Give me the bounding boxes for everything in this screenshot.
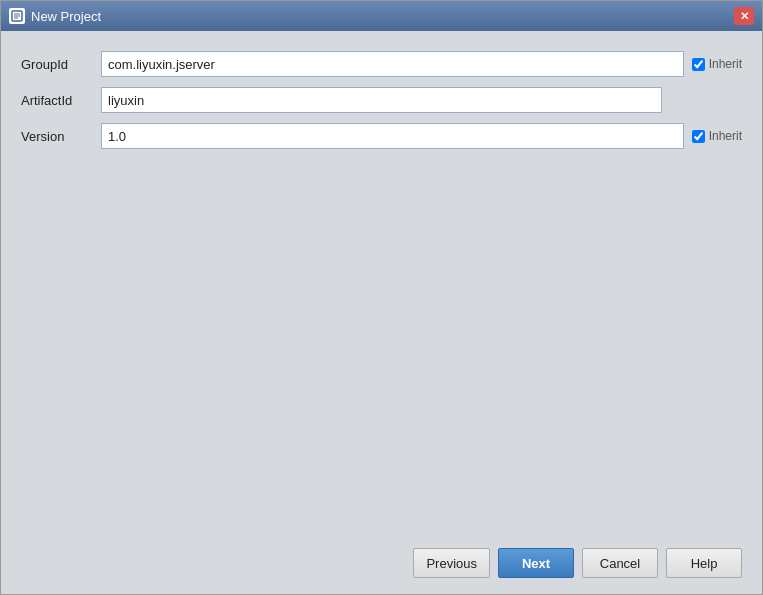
help-button[interactable]: Help <box>666 548 742 578</box>
cancel-label: Cancel <box>600 556 640 571</box>
next-label: Next <box>522 556 550 571</box>
group-id-row: GroupId Inherit <box>21 51 742 77</box>
version-input[interactable] <box>101 123 684 149</box>
dialog-title: New Project <box>31 9 101 24</box>
dialog-body: GroupId Inherit ArtifactId Version <box>1 31 762 536</box>
group-id-label: GroupId <box>21 57 101 72</box>
artifact-id-input[interactable] <box>101 87 662 113</box>
version-inherit-area: Inherit <box>692 129 742 143</box>
title-bar-left: New Project <box>9 8 101 24</box>
version-inherit-checkbox[interactable] <box>692 130 705 143</box>
form-area: GroupId Inherit ArtifactId Version <box>21 51 742 536</box>
title-bar: New Project ✕ <box>1 1 762 31</box>
group-id-inherit-area: Inherit <box>692 57 742 71</box>
help-label: Help <box>691 556 718 571</box>
new-project-dialog: New Project ✕ GroupId Inherit ArtifactId <box>0 0 763 595</box>
dialog-icon <box>9 8 25 24</box>
next-button[interactable]: Next <box>498 548 574 578</box>
version-label: Version <box>21 129 101 144</box>
previous-button[interactable]: Previous <box>413 548 490 578</box>
group-id-input[interactable] <box>101 51 684 77</box>
group-id-inherit-label: Inherit <box>709 57 742 71</box>
version-row: Version Inherit <box>21 123 742 149</box>
close-button[interactable]: ✕ <box>734 7 754 25</box>
artifact-id-row: ArtifactId <box>21 87 742 113</box>
group-id-inherit-checkbox[interactable] <box>692 58 705 71</box>
dialog-footer: Previous Next Cancel Help <box>1 536 762 594</box>
previous-label: Previous <box>426 556 477 571</box>
version-inherit-label: Inherit <box>709 129 742 143</box>
cancel-button[interactable]: Cancel <box>582 548 658 578</box>
artifact-id-label: ArtifactId <box>21 93 101 108</box>
